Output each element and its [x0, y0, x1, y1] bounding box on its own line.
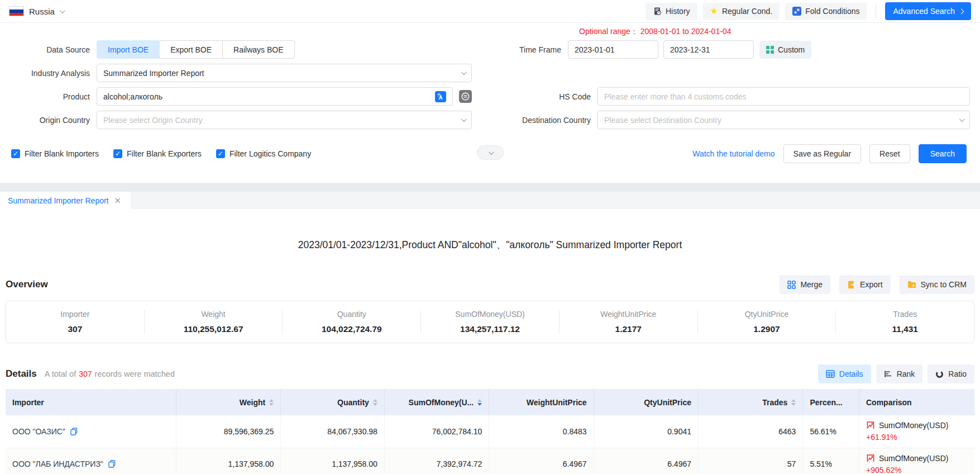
fold-conditions-button[interactable]: Fold Conditions [785, 3, 867, 20]
tab-railways-boe[interactable]: Railways BOE [222, 40, 294, 59]
tab-import-boe[interactable]: Import BOE [97, 40, 160, 59]
comparison-metric: SumOfMoney(USD) [879, 421, 948, 430]
stat-label: Weight [145, 310, 283, 319]
custom-grid-icon [766, 46, 774, 54]
industry-analysis-value: Summarized Importer Report [103, 69, 457, 78]
product-label: Product [7, 92, 97, 101]
star-icon: ★ [710, 7, 718, 16]
weight-cell: 1,137,958.00 [176, 448, 280, 474]
col-comparison: Comparison [859, 389, 975, 415]
chevron-right-icon [959, 8, 964, 14]
col-quantity[interactable]: Quantity [281, 389, 385, 415]
stat-weight-unit-price: WeightUnitPrice 1.2177 [559, 310, 697, 334]
start-date-input[interactable] [568, 40, 658, 59]
view-rank-button[interactable]: Rank [876, 364, 923, 383]
sort-icon[interactable] [791, 399, 796, 406]
report-title: 2023/01/01-2023/12/31,Product AND"alcoho… [0, 238, 980, 252]
col-sum-of-money[interactable]: SumOfMoney(U... [384, 389, 489, 415]
importer-name[interactable]: ООО "ЛАБ ИНДАСТРИЗ" [12, 459, 103, 468]
importer-name[interactable]: ООО "ОАЗИС" [12, 427, 65, 436]
filter-blank-importers-checkbox[interactable]: ✓ Filter Blank Importers [11, 149, 99, 158]
col-percent: Percen... [803, 389, 859, 415]
importer-cell: ООО "ОАЗИС" [6, 415, 176, 448]
stat-value: 11,431 [836, 324, 974, 334]
stat-label: QtyUnitPrice [698, 310, 836, 319]
tab-summarized-importer-report[interactable]: Summarized Importer Report ✕ [0, 192, 131, 209]
chevron-down-icon [461, 69, 467, 75]
col-trades[interactable]: Trades [699, 389, 803, 415]
advanced-search-button[interactable]: Advanced Search [885, 2, 971, 20]
data-source-label: Data Source [7, 45, 97, 54]
sort-icon[interactable] [269, 399, 274, 406]
stat-sum-of-money: SumOfMoney(USD) 134,257,117.12 [420, 310, 559, 334]
stat-importer: Importer 307 [6, 310, 144, 334]
sort-icon[interactable] [373, 399, 377, 406]
sum-of-money-cell: 7,392,974.72 [384, 448, 489, 474]
filter-logitics-company-checkbox[interactable]: ✓ Filter Logitics Company [216, 149, 311, 158]
folder-sync-icon [907, 281, 916, 288]
copy-icon[interactable] [70, 428, 78, 435]
start-date-value[interactable] [575, 45, 676, 54]
filter-blank-exporters-label: Filter Blank Exporters [127, 149, 202, 158]
close-icon[interactable]: ✕ [114, 196, 122, 205]
hs-code-label: HS Code [472, 92, 597, 101]
synonym-icon[interactable] [459, 90, 472, 103]
save-as-regular-button[interactable]: Save as Regular [783, 144, 862, 163]
quantity-cell: 84,067,930.98 [281, 415, 385, 448]
col-weight[interactable]: Weight [176, 389, 280, 415]
custom-range-button[interactable]: Custom [759, 41, 811, 59]
details-table: Importer Weight Quantity SumOfMoney(U...… [6, 389, 974, 474]
col-weight-unit-price: WeightUnitPrice [489, 389, 594, 415]
destination-country-select[interactable]: Please select Destination Country [597, 111, 970, 129]
stat-qty-unit-price: QtyUnitPrice 1.2907 [697, 310, 836, 334]
hs-code-input[interactable] [597, 87, 970, 106]
stat-value: 307 [6, 324, 144, 334]
history-label: History [666, 7, 690, 16]
regular-cond-button[interactable]: ★ Regular Cond. [703, 3, 780, 20]
trend-chart-icon [866, 421, 875, 429]
view-details-button[interactable]: Details [818, 364, 871, 383]
search-button[interactable]: Search [919, 144, 967, 163]
stat-value: 134,257,117.12 [421, 324, 559, 334]
match-text-suffix: records were matched [95, 369, 175, 378]
translate-icon[interactable]: Ａ [435, 91, 446, 102]
country-name: Russia [29, 7, 55, 16]
table-header-row: Importer Weight Quantity SumOfMoney(U...… [6, 389, 974, 415]
origin-country-select[interactable]: Please select Origin Country [97, 111, 472, 129]
merge-button[interactable]: Merge [780, 275, 830, 294]
sync-to-crm-button[interactable]: Sync to CRM [900, 275, 974, 294]
search-form: Optional range： 2008-01-01 to 2024-01-04… [0, 23, 980, 171]
history-button[interactable]: History [646, 3, 697, 20]
table-row: ООО "ЛАБ ИНДАСТРИЗ" 1,137,958.00 1,137,9… [6, 448, 974, 474]
export-button[interactable]: Export [839, 275, 890, 294]
industry-analysis-select[interactable]: Summarized Importer Report [97, 64, 472, 82]
tab-export-boe[interactable]: Export BOE [159, 40, 223, 59]
trend-chart-icon [866, 454, 875, 462]
match-count: 307 [79, 369, 92, 378]
reset-button[interactable]: Reset [869, 144, 910, 163]
country-selector[interactable]: Russia [9, 6, 64, 16]
end-date-value[interactable] [670, 45, 771, 54]
view-ratio-button[interactable]: Ratio [928, 364, 974, 383]
comparison-cell: SumOfMoney(USD) +61.91% [859, 415, 975, 448]
view-details-label: Details [839, 369, 863, 378]
checkbox-checked-icon: ✓ [11, 149, 20, 158]
copy-icon[interactable] [108, 460, 116, 468]
hs-code-value[interactable] [604, 92, 963, 101]
product-input[interactable]: Ａ [97, 87, 453, 106]
sync-to-crm-label: Sync to CRM [921, 280, 967, 289]
collapse-form-button[interactable] [477, 145, 504, 160]
advanced-search-label: Advanced Search [893, 7, 955, 16]
chevron-down-icon [959, 116, 965, 122]
product-value[interactable] [103, 92, 431, 101]
match-text-prefix: A total of [45, 369, 76, 378]
filter-blank-exporters-checkbox[interactable]: ✓ Filter Blank Exporters [113, 149, 202, 158]
tutorial-link[interactable]: Watch the tutorial demo [692, 149, 775, 158]
stat-weight: Weight 110,255,012.67 [144, 310, 283, 334]
industry-analysis-label: Industry Analysis [7, 69, 97, 78]
sort-icon-active-desc[interactable] [477, 399, 482, 406]
regular-cond-label: Regular Cond. [722, 7, 772, 16]
fold-conditions-label: Fold Conditions [805, 7, 859, 16]
weight-unit-price-cell: 6.4967 [489, 448, 594, 474]
end-date-input[interactable] [663, 40, 754, 59]
